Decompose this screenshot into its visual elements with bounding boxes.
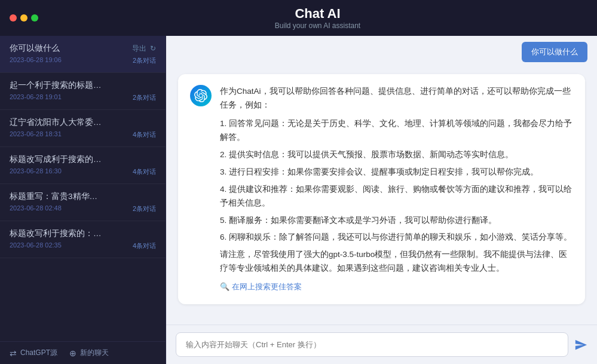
ai-avatar [190, 85, 212, 106]
sidebar-item-title: 标题改写利于搜索的：懒子卡五... [10, 228, 105, 239]
list-item-4: 4. 提供建议和推荐：如果你需要观影、阅读、旅行、购物或餐饮等方面的建议和推荐，… [220, 183, 573, 210]
list-item-6: 6. 闲聊和娱乐：除了解答问题，我还可以与你进行简单的聊天和娱乐，如小游戏、笑话… [220, 231, 573, 244]
sidebar-item-date: 2023-06-28 02:48 [10, 204, 62, 213]
sidebar-item-date: 2023-06-28 16:30 [10, 167, 62, 176]
sidebar-item-count: 2条对话 [133, 93, 156, 102]
sidebar-item-count: 2条对话 [133, 56, 156, 65]
sidebar-item-meta: 2023-06-28 18:31 4条对话 [10, 130, 156, 139]
list-item-2: 2. 提供实时信息：我可以提供天气预报、股票市场数据、新闻动态等实时信息。 [220, 148, 573, 162]
sliders-icon: ⇄ [10, 348, 17, 358]
title-bar: Chat AI Build your own AI assistant [0, 0, 597, 36]
sidebar-item-header: 标题改写利于搜索的：懒子卡五... [10, 228, 156, 239]
close-button[interactable] [10, 14, 17, 22]
refresh-icon[interactable]: ↻ [150, 44, 156, 53]
search-link[interactable]: 🔍 在网上搜索更佳答案 [220, 280, 573, 293]
chat-input[interactable] [176, 332, 568, 357]
sidebar-item-meta: 2023-06-28 19:06 2条对话 [10, 56, 156, 65]
send-button[interactable] [574, 338, 587, 351]
send-icon [574, 338, 587, 351]
app-title: Chat AI [48, 6, 587, 22]
sidebar-item-title: 标题改写成利于搜索的：短视频... [10, 154, 105, 165]
sidebar-item-title: 辽宁省沈阳市人大常委会原党组... [10, 117, 105, 128]
sidebar-item[interactable]: 辽宁省沈阳市人大常委会原党组... 2023-06-28 18:31 4条对话 [0, 110, 166, 147]
chat-area: 你可以做什么 作为ChatAi，我可以帮助你回答各种问题、提供信息、进行简单的对… [166, 36, 597, 364]
main-layout: 你可以做什么 导出 ↻ 2023-06-28 19:06 2条对话 起一个利于搜… [0, 36, 597, 364]
export-label[interactable]: 导出 [132, 44, 146, 54]
sidebar-footer: ⇄ ChatGPT源 ⊕ 新的聊天 [0, 341, 166, 364]
sidebar-item-title: 起一个利于搜索的标题：【实战... [10, 80, 105, 91]
search-link-text: 在网上搜索更佳答案 [232, 280, 302, 293]
new-chat-label: 新的聊天 [80, 348, 109, 358]
app-title-section: Chat AI Build your own AI assistant [48, 6, 587, 30]
new-chat-btn[interactable]: ⊕ 新的聊天 [69, 348, 109, 358]
sidebar-item-count: 4条对话 [133, 167, 156, 176]
chatgpt-source-btn[interactable]: ⇄ ChatGPT源 [10, 348, 57, 358]
search-icon: 🔍 [220, 280, 229, 293]
sidebar-item-date: 2023-06-28 19:01 [10, 93, 62, 102]
app-subtitle: Build your own AI assistant [48, 22, 587, 30]
sidebar-item-title: 标题重写：富贵3精华版富贵电... [10, 191, 105, 202]
sidebar-item-date: 2023-06-28 18:31 [10, 130, 62, 139]
list-item-1: 1. 回答常见问题：无论是关于历史、科学、文化、地理、计算机等领域的问题，我都会… [220, 117, 573, 145]
sidebar-item[interactable]: 标题改写成利于搜索的：短视频... 2023-06-28 16:30 4条对话 [0, 147, 166, 184]
sidebar-item-count: 4条对话 [133, 130, 156, 139]
ai-intro-text: 作为ChatAi，我可以帮助你回答各种问题、提供信息、进行简单的对话，还可以帮助… [220, 85, 573, 112]
minimize-button[interactable] [20, 14, 27, 22]
sidebar-item[interactable]: 起一个利于搜索的标题：【实战... 2023-06-28 19:01 2条对话 [0, 73, 166, 110]
sidebar: 你可以做什么 导出 ↻ 2023-06-28 19:06 2条对话 起一个利于搜… [0, 36, 166, 364]
sidebar-item[interactable]: 标题重写：富贵3精华版富贵电... 2023-06-28 02:48 2条对话 [0, 184, 166, 221]
window-controls [10, 14, 38, 22]
plus-circle-icon: ⊕ [69, 348, 76, 358]
sidebar-item-header: 标题重写：富贵3精华版富贵电... [10, 191, 156, 202]
list-item-5: 5. 翻译服务：如果你需要翻译文本或是学习外语，我可以帮助你进行翻译。 [220, 214, 573, 228]
list-item-3: 3. 进行日程安排：如果你需要安排会议、提醒事项或制定日程安排，我可以帮你完成。 [220, 166, 573, 179]
sidebar-item[interactable]: 你可以做什么 导出 ↻ 2023-06-28 19:06 2条对话 [0, 36, 166, 73]
conversation-list: 你可以做什么 导出 ↻ 2023-06-28 19:06 2条对话 起一个利于搜… [0, 36, 166, 341]
sidebar-item-count: 2条对话 [133, 204, 156, 213]
chatgpt-source-label: ChatGPT源 [20, 348, 57, 358]
sidebar-item-header: 你可以做什么 导出 ↻ [10, 43, 156, 54]
sidebar-item-meta: 2023-06-28 02:48 2条对话 [10, 204, 156, 213]
sidebar-item-header: 辽宁省沈阳市人大常委会原党组... [10, 117, 156, 128]
sidebar-item-actions: 导出 ↻ [132, 44, 156, 54]
sidebar-item[interactable]: 标题改写利于搜索的：懒子卡五... 2023-06-28 02:35 4条对话 [0, 221, 166, 258]
sidebar-item-date: 2023-06-28 19:06 [10, 56, 62, 65]
ai-list: 1. 回答常见问题：无论是关于历史、科学、文化、地理、计算机等领域的问题，我都会… [220, 117, 573, 245]
sidebar-item-meta: 2023-06-28 19:01 2条对话 [10, 93, 156, 102]
sidebar-item-meta: 2023-06-28 16:30 4条对话 [10, 167, 156, 176]
ai-message-content: 作为ChatAi，我可以帮助你回答各种问题、提供信息、进行简单的对话，还可以帮助… [220, 85, 573, 293]
capability-button[interactable]: 你可以做什么 [522, 42, 587, 62]
chat-input-area [166, 325, 597, 364]
sidebar-item-meta: 2023-06-28 02:35 4条对话 [10, 241, 156, 250]
chat-messages: 作为ChatAi，我可以帮助你回答各种问题、提供信息、进行简单的对话，还可以帮助… [166, 68, 597, 325]
sidebar-item-title: 你可以做什么 [10, 43, 105, 54]
sidebar-item-date: 2023-06-28 02:35 [10, 241, 62, 250]
maximize-button[interactable] [31, 14, 38, 22]
ai-message: 作为ChatAi，我可以帮助你回答各种问题、提供信息、进行简单的对话，还可以帮助… [178, 74, 585, 304]
ai-disclaimer: 请注意，尽管我使用了强大的gpt-3.5-turbo模型，但我仍然有一些限制。我… [220, 248, 573, 276]
sidebar-item-header: 标题改写成利于搜索的：短视频... [10, 154, 156, 165]
chat-topbar: 你可以做什么 [166, 36, 597, 68]
sidebar-item-count: 4条对话 [133, 241, 156, 250]
sidebar-item-header: 起一个利于搜索的标题：【实战... [10, 80, 156, 91]
